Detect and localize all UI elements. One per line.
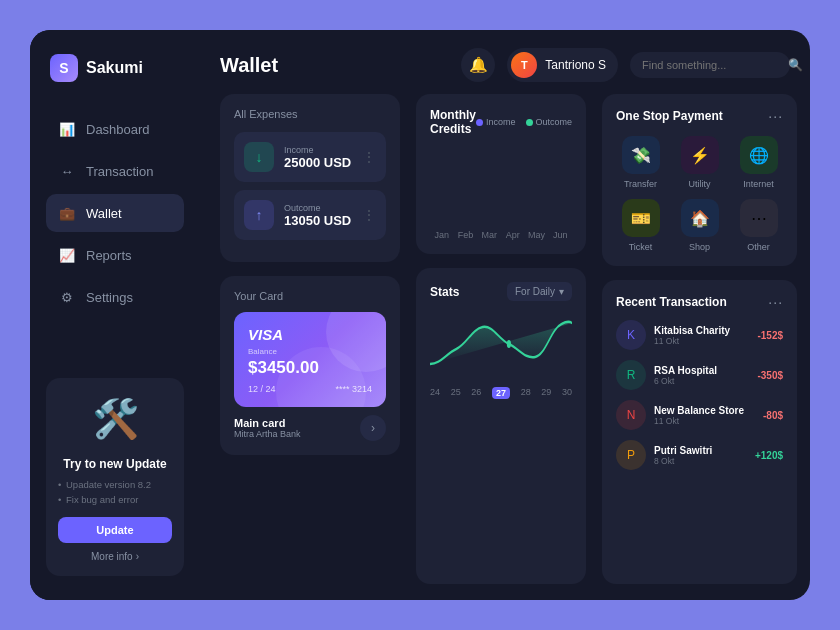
more-info-link[interactable]: More info › xyxy=(58,551,172,562)
chart-legend: Income Outcome xyxy=(476,117,572,127)
income-dot xyxy=(476,119,483,126)
transaction-card: Recent Transaction ··· K Kitabisa Charit… xyxy=(602,280,797,584)
transaction-item: K Kitabisa Charity 11 Okt -152$ xyxy=(616,320,783,350)
update-illustration: 🛠️ xyxy=(80,392,150,447)
main-content: Wallet 🔔 T Tantriono S 🔍 All Expenses ↓ xyxy=(200,30,810,600)
user-profile[interactable]: T Tantriono S xyxy=(507,48,618,82)
search-icon: 🔍 xyxy=(788,58,803,72)
payment-item-other[interactable]: ⋯ Other xyxy=(734,199,783,252)
chart-month-label: Jun xyxy=(548,230,572,240)
income-more-icon[interactable]: ⋮ xyxy=(362,149,376,165)
sidebar-item-dashboard[interactable]: 📊 Dashboard xyxy=(46,110,184,148)
main-card-name: Main card xyxy=(234,417,301,429)
card-expiry: 12 / 24 xyxy=(248,384,276,394)
main-card-bank: Mitra Artha Bank xyxy=(234,429,301,439)
logo: S Sakumi xyxy=(46,54,184,82)
transaction-amount: -80$ xyxy=(763,410,783,421)
payment-label-ticket: Ticket xyxy=(629,242,653,252)
sidebar-item-wallet[interactable]: 💼 Wallet xyxy=(46,194,184,232)
stats-date: 30 xyxy=(562,387,572,399)
stats-date: 29 xyxy=(541,387,551,399)
transaction-avatar: K xyxy=(616,320,646,350)
legend-income: Income xyxy=(476,117,516,127)
payment-label-other: Other xyxy=(747,242,770,252)
chart-month-label: Feb xyxy=(454,230,478,240)
header: Wallet 🔔 T Tantriono S 🔍 xyxy=(200,30,810,94)
update-desc: Upadate version 8.2Fix bug and error xyxy=(58,477,172,507)
chart-dates: 24252627282930 xyxy=(430,387,572,399)
dashboard-icon: 📊 xyxy=(58,120,76,138)
transaction-item: P Putri Sawitri 8 Okt +120$ xyxy=(616,440,783,470)
stats-date: 26 xyxy=(471,387,481,399)
monthly-credits-title: Monthly Credits xyxy=(430,108,476,136)
payment-grid: 💸 Transfer⚡ Utility🌐 Internet🎫 Ticket🏠 S… xyxy=(616,136,783,252)
outcome-type: Outcome xyxy=(284,203,352,213)
left-column: All Expenses ↓ Income 25000 USD ⋮ ↑ Outc… xyxy=(220,94,400,584)
main-card-row: Main card Mitra Artha Bank › xyxy=(234,415,386,441)
middle-column: Monthly Credits Income Outcome xyxy=(416,94,586,584)
payment-item-ticket[interactable]: 🎫 Ticket xyxy=(616,199,665,252)
payment-label-internet: Internet xyxy=(743,179,774,189)
nav-label-transaction: Transaction xyxy=(86,164,153,179)
sidebar-item-settings[interactable]: ⚙ Settings xyxy=(46,278,184,316)
your-card-section: Your Card VISA Balance $3450.00 12 / 24 … xyxy=(220,276,400,455)
update-title: Try to new Update xyxy=(58,457,172,471)
stats-card: Stats For Daily ▾ xyxy=(416,268,586,584)
shop-icon: 🏠 xyxy=(681,199,719,237)
update-desc-item: Upadate version 8.2 xyxy=(58,477,172,492)
right-column: One Stop Payment ··· 💸 Transfer⚡ Utility… xyxy=(602,94,797,584)
payment-item-utility[interactable]: ⚡ Utility xyxy=(675,136,724,189)
transaction-avatar: R xyxy=(616,360,646,390)
payment-label-shop: Shop xyxy=(689,242,710,252)
app-container: S Sakumi 📊 Dashboard↔ Transaction💼 Walle… xyxy=(30,30,810,600)
sidebar-item-reports[interactable]: 📈 Reports xyxy=(46,236,184,274)
transaction-item: R RSA Hospital 6 Okt -350$ xyxy=(616,360,783,390)
transaction-name: New Balance Store xyxy=(654,405,755,416)
sidebar-item-transaction[interactable]: ↔ Transaction xyxy=(46,152,184,190)
update-button[interactable]: Update xyxy=(58,517,172,543)
stats-date: 27 xyxy=(492,387,510,399)
card-balance: $3450.00 xyxy=(248,358,372,378)
wallet-icon: 💼 xyxy=(58,204,76,222)
card-balance-label: Balance xyxy=(248,347,372,356)
internet-icon: 🌐 xyxy=(740,136,778,174)
transfer-icon: 💸 xyxy=(622,136,660,174)
chart-labels: JanFebMarAprMayJun xyxy=(430,226,572,240)
transaction-name: Kitabisa Charity xyxy=(654,325,749,336)
content-body: All Expenses ↓ Income 25000 USD ⋮ ↑ Outc… xyxy=(200,94,810,600)
transaction-avatar: N xyxy=(616,400,646,430)
transaction-icon: ↔ xyxy=(58,162,76,180)
income-amount: 25000 USD xyxy=(284,155,352,170)
svg-point-0 xyxy=(507,340,511,348)
other-icon: ⋯ xyxy=(740,199,778,237)
outcome-more-icon[interactable]: ⋮ xyxy=(362,207,376,223)
transaction-item: N New Balance Store 11 Okt -80$ xyxy=(616,400,783,430)
ticket-icon: 🎫 xyxy=(622,199,660,237)
utility-icon: ⚡ xyxy=(681,136,719,174)
transaction-date: 6 Okt xyxy=(654,376,749,386)
payment-menu[interactable]: ··· xyxy=(768,108,783,124)
transaction-name: Putri Sawitri xyxy=(654,445,747,456)
income-item: ↓ Income 25000 USD ⋮ xyxy=(234,132,386,182)
chart-month-label: May xyxy=(525,230,549,240)
payment-item-shop[interactable]: 🏠 Shop xyxy=(675,199,724,252)
nav-menu: 📊 Dashboard↔ Transaction💼 Wallet📈 Report… xyxy=(46,110,184,378)
outcome-amount: 13050 USD xyxy=(284,213,352,228)
transaction-menu[interactable]: ··· xyxy=(768,294,783,310)
card-number: **** 3214 xyxy=(335,384,372,394)
search-bar[interactable]: 🔍 xyxy=(630,52,790,78)
payment-item-internet[interactable]: 🌐 Internet xyxy=(734,136,783,189)
search-input[interactable] xyxy=(642,59,780,71)
nav-label-reports: Reports xyxy=(86,248,132,263)
payment-title: One Stop Payment xyxy=(616,109,723,123)
main-card-arrow[interactable]: › xyxy=(360,415,386,441)
notification-bell[interactable]: 🔔 xyxy=(461,48,495,82)
income-type: Income xyxy=(284,145,352,155)
payment-item-transfer[interactable]: 💸 Transfer xyxy=(616,136,665,189)
stats-filter[interactable]: For Daily ▾ xyxy=(507,282,572,301)
settings-icon: ⚙ xyxy=(58,288,76,306)
chart-month-label: Apr xyxy=(501,230,525,240)
transaction-name: RSA Hospital xyxy=(654,365,749,376)
payment-label-utility: Utility xyxy=(689,179,711,189)
stats-date: 25 xyxy=(451,387,461,399)
